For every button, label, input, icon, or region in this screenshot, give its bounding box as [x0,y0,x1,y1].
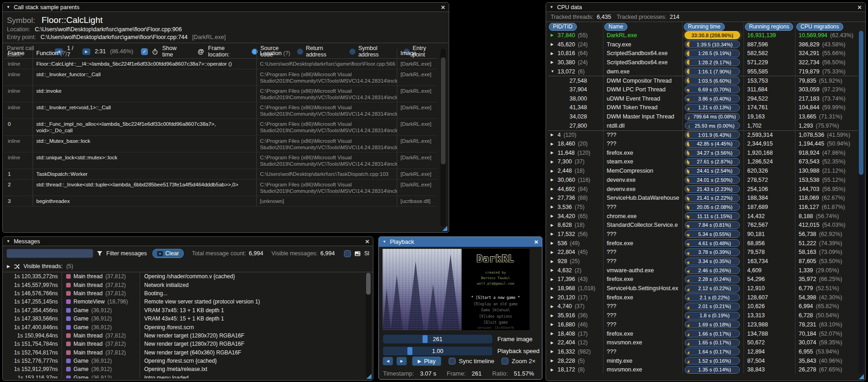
expand-icon[interactable]: ▶ [551,42,555,46]
collapse-icon[interactable]: ▼ [383,240,386,244]
expand-icon[interactable]: ▶ [551,33,555,37]
cpu-row[interactable]: ▶ 30,380 (24) ScriptedSandbox64.exe 1:28… [548,58,858,67]
cpu-row[interactable]: ▶ 8,628 (18) StandardCollector.Service.e… [548,220,858,230]
cpu-row[interactable]: ▶ 18,172 (8) msvsmon.exe 1.35 s (0.14%) … [548,365,858,374]
column-header-button[interactable]: CPU migrations [796,23,843,31]
expand-icon[interactable]: ▶ [551,277,555,281]
cpu-row[interactable]: ▶ 37,840 (55) DarkRL.exe 33:30.8 (208.96… [548,31,858,40]
cpu-row[interactable]: ▶ 30,060 (116) devenv.exe 24.01 s (2.50%… [548,175,858,185]
expand-icon[interactable]: ▶ [551,142,555,146]
cpu-row[interactable]: ▶ 536 (49) firefox.exe 4.61 s (0.48%) 68… [548,239,858,248]
expand-icon[interactable]: ▶ [551,250,555,254]
prev-frame-button[interactable]: ◀ [383,357,393,365]
expand-icon[interactable]: ▶ [551,187,555,191]
next-frame-button[interactable]: ▶ [396,357,407,365]
visible-threads-row[interactable]: ▶ Visible threads: (5) [3,261,373,272]
expand-icon[interactable]: ▶ [551,304,555,309]
sync-timeline-option[interactable]: Sync timeline [449,358,494,365]
message-row[interactable]: 1s 147,383,566ns Game (36,912) VRAM 43x4… [5,315,365,323]
message-row[interactable]: 1s 147,255,145ns RemoteView (18,796) Rem… [5,298,365,306]
expand-icon[interactable]: ▶ [551,241,555,245]
collapse-icon[interactable]: ▼ [6,239,10,243]
cpu-row[interactable]: ▶ 22,404 (12) msvsmon.exe 1.65 s (0.17%)… [548,338,858,347]
expand-icon[interactable]: ▶ [551,259,555,264]
sync-timeline-checkbox[interactable] [449,358,456,365]
expand-icon[interactable]: ▶ [551,322,555,326]
cpu-row[interactable]: ▶ 28,228 (5) mintty.exe 1.52 s (0.16%) 8… [548,356,858,365]
cpu-row[interactable]: ▶ 20,120 (17) firefox.exe 2.1 s (0.22%) … [548,293,858,302]
expand-icon[interactable]: ▶ [551,286,555,291]
zoom-checkbox[interactable] [502,358,508,365]
callstack-row[interactable]: inline Floor::CalcLight::__l4::<lambda_5… [5,59,437,69]
expand-icon[interactable]: ▶ [551,178,555,182]
expand-icon[interactable]: ▶ [7,264,10,269]
cpu-row[interactable]: ▶ 22,804 (45) ??? 3.78 s (0.39%) 79,578 … [548,248,858,257]
callstack-row[interactable]: inline std::invoke C:\Program Files (x86… [5,86,437,102]
column-header-button[interactable]: Name [604,23,627,31]
expand-icon[interactable]: ▶ [551,205,555,209]
cpu-row[interactable]: ▶ 45,620 (24) Tracy.exe 1:39.5 (10.34%) … [548,40,858,49]
expand-icon[interactable]: ▶ [551,268,555,272]
cpu-row[interactable]: ▶ 17,396 (43) firefox.exe 2.28 s (0.24%)… [548,275,858,284]
expand-icon[interactable]: ▶ [551,368,555,372]
cpu-row[interactable]: ▶ 11,648 (120) firefox.exe 34.27 s (3.56… [548,148,858,157]
cpu-row[interactable]: 38,000 uDWM Event Thread 3.86 s (0.40%) … [548,94,858,103]
expand-icon[interactable]: ▶ [551,314,555,318]
close-icon[interactable]: × [441,4,445,11]
expand-icon[interactable]: ▶ [551,331,555,336]
frame-slider[interactable]: 261 [383,334,493,344]
cpu-row[interactable]: ▶ 7,300 (37) steam.exe 27.61 s (2.87%) 1… [548,157,858,167]
message-row[interactable]: 1s 146,576,766ns Main thread (37,812) Bo… [5,289,365,298]
expand-icon[interactable]: ▶ [551,341,555,345]
cpu-row[interactable]: ▶ 10,816 (64) ScriptedSandbox64.exe 1:28… [548,49,858,58]
resize-grip[interactable] [366,374,372,379]
cpu-row[interactable]: ▶ 27,736 (88) ServiceHub.DataWarehouse 2… [548,193,858,202]
resize-grip[interactable] [859,374,864,379]
message-row[interactable]: 1s 152,912,997ns Game (36,912) Opening /… [5,365,365,373]
cpu-row[interactable]: ▶ 16,880 (46) ??? 1.69 s (0.18%) 123,988… [548,320,858,329]
message-row[interactable]: 1s 152,776,777ns Game (36,912) Opening /… [5,357,365,365]
scrollbar[interactable] [366,272,371,377]
show-images-checkbox[interactable] [344,250,351,257]
cpu-row[interactable]: 34,028 DWM Master Input Thread 799.64 ms… [548,112,858,121]
cpu-row[interactable]: ▶ 18,968 (1,018) ServiceHub.SettingsHost… [548,284,858,293]
scrollbar-thumb[interactable] [859,31,863,175]
cpu-row[interactable]: ▶ 44,692 (84) devenv.exe 21.43 s (2.23%)… [548,185,858,194]
message-row[interactable]: 1s 120,335,272ns Main thread (37,812) Op… [5,272,365,281]
column-header-button[interactable]: Running regions [745,23,793,31]
scrollbar[interactable] [440,49,446,227]
expand-icon[interactable]: ▶ [551,196,555,200]
close-icon[interactable]: × [534,239,538,245]
cpu-row[interactable]: ▶ 34,420 (65) chrome.exe 11.11 s (1.15%)… [548,212,858,221]
scrollbar-thumb[interactable] [441,57,445,164]
cpu-row[interactable]: ▶ 16,332 (982) ??? 1.64 s (0.17%) 12,894… [548,347,858,356]
speed-slider[interactable]: 1.00 [383,346,493,356]
column-header-button[interactable]: Running time [684,23,725,31]
collapse-icon[interactable]: ▼ [550,5,553,9]
expand-icon[interactable]: ▶ [551,160,555,164]
zoom-option[interactable]: Zoom 2× [502,358,535,365]
callstack-row[interactable]: 1 TaskDispatch::Worker C:\Users\wolf\Des… [5,169,437,180]
scrollbar-thumb[interactable] [366,273,371,295]
cpu-row[interactable]: ▶ 18,408 (17) firefox.exe 1.66 s (0.17%)… [548,329,858,338]
scrollbar[interactable] [858,31,864,374]
cpu-row[interactable]: ▶ 18,460 (20) ??? 42.85 s (4.45%) 2,344,… [548,139,858,148]
expand-icon[interactable]: ▶ [551,359,555,363]
cpu-row[interactable]: ▶ 35,916 (36) ??? 1.8 s (0.19%) 13,313 6… [548,311,858,320]
clear-button[interactable]: × Clear [152,249,184,258]
play-button[interactable]: ▶ Play [412,356,441,366]
expand-icon[interactable]: ▶ [551,151,555,155]
expand-icon[interactable]: ▶ [551,295,555,299]
cpu-row[interactable]: ▶ 17,532 (56) ??? 5.34 s (0.55%) 90,181 … [548,230,858,239]
callstack-row[interactable]: 0 std::_Func_impl_no_alloc<<lambda_5bc22… [5,119,437,136]
cpu-row[interactable]: 27,548 DWM Compositor Thread 1:03.5 (6.6… [548,76,858,85]
expand-icon[interactable]: ▶ [551,169,555,173]
cpu-row[interactable]: ▼ 13,072 (6) dwm.exe 1:16.1 (7.90%) 955,… [548,67,858,76]
cpu-row[interactable]: ▶ 2,448 (18) MemCompression 24.41 s (2.5… [548,166,858,175]
cpu-row[interactable]: ▶ 4 (120) ??? 1:01.9 (6.43%) 2,593,314 1… [548,130,858,140]
collapse-icon[interactable]: ▼ [6,5,10,9]
cpu-row[interactable]: ▶ 4,740 (37) ??? 2.01 s (0.21%) 10,626 6… [548,302,858,311]
cpu-row[interactable]: ▶ 3,536 (75) ??? 20.05 s (2.08%) 187,689… [548,202,858,212]
cpu-row[interactable]: ▶ 4,632 (2) vmware-authd.exe 2.46 s (0.2… [548,266,858,275]
expand-icon[interactable]: ▶ [551,232,555,236]
